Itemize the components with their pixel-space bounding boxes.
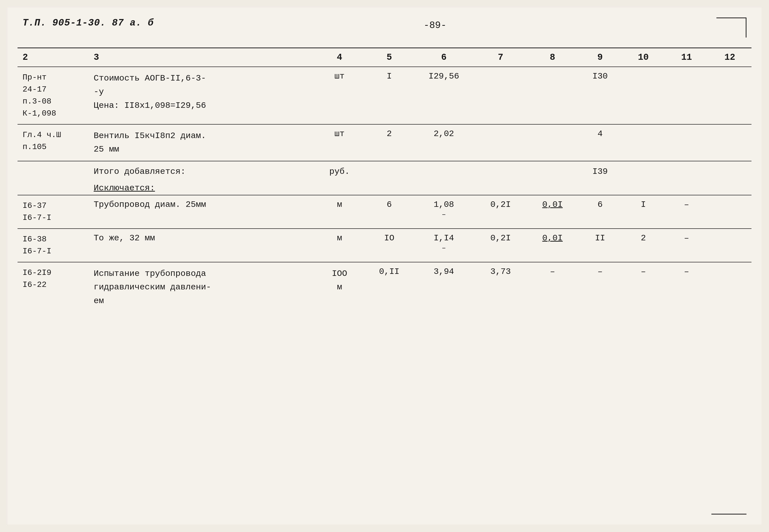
col-header-10: 10 (622, 48, 665, 67)
row1-desc: Стоимость АОГВ-II,6-3- -у Цена: II8x1,09… (89, 67, 314, 124)
col-header-9: 9 (579, 48, 622, 67)
iskl-text: Исключается: (94, 183, 155, 193)
row5-col8: 0,0I (526, 195, 579, 229)
itogo-label: Итого добавляется: (89, 161, 314, 180)
row7-col4: IOO м (314, 262, 365, 312)
iskl-code (18, 180, 89, 195)
row6-code: I6-38 I6-7-I (18, 229, 89, 262)
document-title: Т.П. 905-1-30. 87 а. б (23, 18, 154, 28)
itogo-col9: I39 (579, 161, 622, 180)
row2-col12 (708, 124, 751, 161)
row7-col5: 0,II (365, 262, 413, 312)
main-table-container: 2 3 4 5 6 7 8 9 10 11 12 Пр-нт 24-17 п.3… (8, 48, 761, 312)
row6-col4: м (314, 229, 365, 262)
bottom-border (711, 514, 746, 514)
row5-col9: 6 (579, 195, 622, 229)
row6-col11: – (665, 229, 708, 262)
row7-col7: 3,73 (474, 262, 526, 312)
itogo-col6 (413, 161, 474, 180)
col-header-5: 5 (365, 48, 413, 67)
row1-col8 (526, 67, 579, 124)
itogo-col11 (665, 161, 708, 180)
itogo-col4: руб. (314, 161, 365, 180)
col-header-6: 6 (413, 48, 474, 67)
row6-col6: I,I4– (413, 229, 474, 262)
row2-code: Гл.4 ч.Ш п.105 (18, 124, 89, 161)
row7-col11: – (665, 262, 708, 312)
itogo-code (18, 161, 89, 180)
row1-col7 (474, 67, 526, 124)
col-header-2: 2 (18, 48, 89, 67)
itogo-col12 (708, 161, 751, 180)
row5-col10: I (622, 195, 665, 229)
row6-desc: То же, 32 мм (89, 229, 314, 262)
row6-col10: 2 (622, 229, 665, 262)
col-header-11: 11 (665, 48, 708, 67)
row6-col9: II (579, 229, 622, 262)
row5-col4: м (314, 195, 365, 229)
itogo-col10 (622, 161, 665, 180)
row1-col11 (665, 67, 708, 124)
row5-col5: 6 (365, 195, 413, 229)
row6-col12 (708, 229, 751, 262)
itogo-col7 (474, 161, 526, 180)
col-header-8: 8 (526, 48, 579, 67)
col-header-3: 3 (89, 48, 314, 67)
corner-mark (716, 18, 746, 38)
row7-col8: – (526, 262, 579, 312)
row7-desc: Испытание трубопровода гидравлическим да… (89, 262, 314, 312)
main-table: 2 3 4 5 6 7 8 9 10 11 12 Пр-нт 24-17 п.3… (18, 48, 751, 312)
table-row: Пр-нт 24-17 п.3-08 К-1,098 Стоимость АОГ… (18, 67, 751, 124)
row2-col8 (526, 124, 579, 161)
row6-col7: 0,2I (474, 229, 526, 262)
row1-col6: I29,56 (413, 67, 474, 124)
col-header-12: 12 (708, 48, 751, 67)
row1-col4: шт (314, 67, 365, 124)
row5-col6: 1,08– (413, 195, 474, 229)
iskl-label: Исключается: (89, 180, 314, 195)
iskl-empty (314, 180, 751, 195)
itogo-col8 (526, 161, 579, 180)
row5-col8-val: 0,0I (542, 200, 563, 209)
row1-code: Пр-нт 24-17 п.3-08 К-1,098 (18, 67, 89, 124)
row6-col8-val: 0,0I (542, 233, 563, 243)
row2-col9: 4 (579, 124, 622, 161)
row2-desc: Вентиль I5кчI8п2 диам. 25 мм (89, 124, 314, 161)
col-header-4: 4 (314, 48, 365, 67)
row5-col11: – (665, 195, 708, 229)
row2-col11 (665, 124, 708, 161)
row7-col10: – (622, 262, 665, 312)
row1-col10 (622, 67, 665, 124)
row2-col10 (622, 124, 665, 161)
row7-code: I6-2I9 I6-22 (18, 262, 89, 312)
row1-col12 (708, 67, 751, 124)
col-header-7: 7 (474, 48, 526, 67)
column-headers: 2 3 4 5 6 7 8 9 10 11 12 (18, 48, 751, 67)
row2-col5: 2 (365, 124, 413, 161)
table-row: Гл.4 ч.Ш п.105 Вентиль I5кчI8п2 диам. 25… (18, 124, 751, 161)
row2-col6: 2,02 (413, 124, 474, 161)
page-number: -89- (424, 18, 446, 31)
row2-col4: шт (314, 124, 365, 161)
row7-col12 (708, 262, 751, 312)
page: Т.П. 905-1-30. 87 а. б -89- 2 (8, 8, 761, 524)
row5-desc: Трубопровод диам. 25мм (89, 195, 314, 229)
table-row: I6-37 I6-7-I Трубопровод диам. 25мм м 6 … (18, 195, 751, 229)
row5-col12 (708, 195, 751, 229)
row1-col9: I30 (579, 67, 622, 124)
table-row: I6-38 I6-7-I То же, 32 мм м IO I,I4– 0,2… (18, 229, 751, 262)
page-header: Т.П. 905-1-30. 87 а. б -89- (8, 8, 761, 43)
row5-code: I6-37 I6-7-I (18, 195, 89, 229)
table-row: I6-2I9 I6-22 Испытание трубопровода гидр… (18, 262, 751, 312)
itogo-col5 (365, 161, 413, 180)
itogo-row: Итого добавляется: руб. I39 (18, 161, 751, 180)
row6-col8: 0,0I (526, 229, 579, 262)
row6-col5: IO (365, 229, 413, 262)
row2-col7 (474, 124, 526, 161)
iskl-row: Исключается: (18, 180, 751, 195)
row7-col6: 3,94 (413, 262, 474, 312)
row7-col9: – (579, 262, 622, 312)
row5-col7: 0,2I (474, 195, 526, 229)
row1-col5: I (365, 67, 413, 124)
